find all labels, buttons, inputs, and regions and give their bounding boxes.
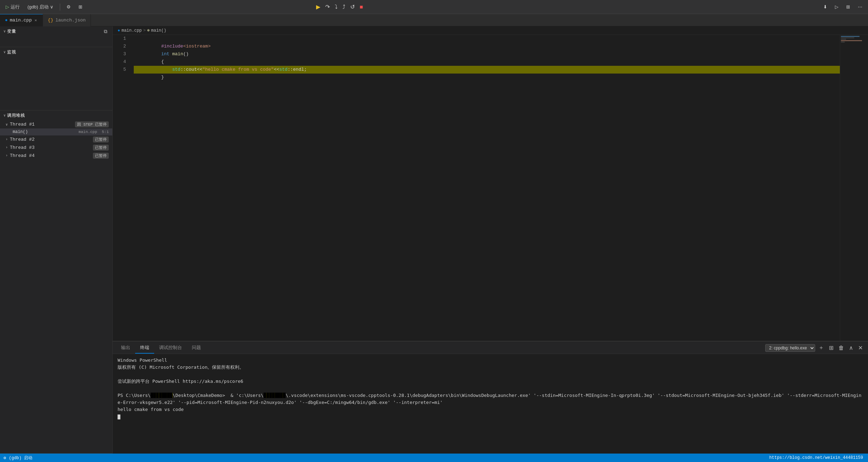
thread-1-name: Thread #1 <box>10 122 34 127</box>
panel-area: 输出 终端 调试控制台 问题 2: cppdbg: hello.exe ＋ ⊞ … <box>113 341 868 454</box>
panel-tab-problems[interactable]: 问题 <box>187 342 206 354</box>
run-right-button[interactable]: ▷ <box>832 3 841 11</box>
panel-close-button[interactable]: ✕ <box>856 344 864 352</box>
layout-button[interactable]: ⊞ <box>843 3 853 11</box>
tab-brace-icon: {} <box>48 18 54 23</box>
callstack-content: ∨ Thread #1 因 STEP 已暂停 main() main.cpp 5… <box>0 120 112 454</box>
debug-config-button[interactable]: (gdb) 启动 ∨ <box>25 2 56 12</box>
panel-delete-button[interactable]: 🗑 <box>837 344 846 352</box>
thread-3[interactable]: › Thread #3 已暂停 <box>0 144 112 152</box>
tab-bar: ● main.cpp ✕ {} launch.json <box>0 14 868 26</box>
watch-header[interactable]: ∨ 监视 <box>0 47 112 57</box>
terminal-cursor <box>118 414 120 419</box>
thread-1[interactable]: ∨ Thread #1 因 STEP 已暂停 <box>0 120 112 128</box>
status-url[interactable]: https://blog.csdn.net/weixin_44481159 <box>768 455 864 460</box>
continue-button[interactable]: ▶ <box>314 2 322 12</box>
line-num-1: 1 <box>113 35 126 43</box>
panel-add-button[interactable]: ＋ <box>817 343 826 352</box>
panel-up-button[interactable]: ∧ <box>847 344 855 352</box>
variables-header[interactable]: ∨ 变量 ⧉ <box>0 26 112 36</box>
stack-frame-name: main() <box>13 129 28 134</box>
run-button[interactable]: ▷ 运行 <box>3 2 23 12</box>
tab-main-cpp[interactable]: ● main.cpp ✕ <box>0 14 43 26</box>
tab-label-launch: launch.json <box>55 18 86 23</box>
toolbar: ▷ 运行 (gdb) 启动 ∨ ⚙ ⊞ ▶ ↷ ⤵ ⤴ ↺ ■ ⬇ ▷ ⊞ ⋯ <box>0 0 868 14</box>
code-lines[interactable]: #include<iostream> int main() { std::cou… <box>130 35 840 341</box>
variables-actions: ⧉ <box>102 28 109 35</box>
callstack-section: ∨ 调用堆栈 ∨ Thread #1 因 STEP 已暂停 main() mai… <box>0 110 112 454</box>
panel-tab-debug-console[interactable]: 调试控制台 <box>154 342 187 354</box>
terminal-line-6: PS C:\Users\████████\Desktop\CmakeDemo> … <box>118 392 863 406</box>
terminal-line-3 <box>118 371 863 378</box>
run-icon: ▷ <box>6 4 9 10</box>
redacted-user-2: ████████ <box>264 393 286 398</box>
gear-button[interactable]: ⚙ <box>64 3 74 11</box>
terminal-line-5 <box>118 385 863 392</box>
variables-content <box>0 36 112 47</box>
panel-split-button[interactable]: ⊞ <box>827 344 835 352</box>
callstack-header[interactable]: ∨ 调用堆栈 <box>0 110 112 120</box>
stack-frame-main[interactable]: main() main.cpp 5:1 <box>0 128 112 135</box>
code-line-3: { <box>134 50 840 58</box>
minimap-line-4 <box>841 40 862 41</box>
step-into-button[interactable]: ⤵ <box>333 2 340 12</box>
breadcrumb: ● main.cpp > ⊕ main() <box>113 26 868 35</box>
panel-tab-output[interactable]: 输出 <box>116 342 135 354</box>
step-over-button[interactable]: ↷ <box>323 2 332 12</box>
gear-icon: ⚙ <box>67 4 71 10</box>
minimap-content <box>840 35 868 44</box>
callstack-chevron: ∨ <box>4 113 6 118</box>
config-button[interactable]: ⊞ <box>76 3 85 11</box>
terminal-from-text: from <box>151 407 162 412</box>
line-num-3: 3 <box>113 50 126 58</box>
variables-title: 变量 <box>7 29 16 34</box>
variables-chevron: ∨ <box>4 29 6 33</box>
restart-button[interactable]: ↺ <box>348 2 357 12</box>
step-out-button[interactable]: ⤴ <box>340 2 347 12</box>
run-label: 运行 <box>11 4 20 10</box>
minimap-line-1 <box>841 36 860 37</box>
thread-4[interactable]: › Thread #4 已暂停 <box>0 152 112 160</box>
thread-2-name: Thread #2 <box>10 137 34 142</box>
minimap-line-3 <box>841 39 846 40</box>
minimap-line-5 <box>841 42 845 43</box>
download-button[interactable]: ⬇ <box>820 3 830 11</box>
line-numbers: 1 2 3 4 ▷ 5 <box>113 35 130 341</box>
terminal-selector[interactable]: 2: cppdbg: hello.exe <box>765 344 815 352</box>
config-icon: ⊞ <box>78 4 82 10</box>
toolbar-right: ⬇ ▷ ⊞ ⋯ <box>820 3 865 11</box>
terminal-line-2: 版权所有 (C) Microsoft Corporation。保留所有权利。 <box>118 364 863 371</box>
tab-close-icon[interactable]: ✕ <box>34 17 38 23</box>
more-button[interactable]: ⋯ <box>855 3 865 11</box>
minimap-line-2 <box>841 37 854 38</box>
debug-controls: ▶ ↷ ⤵ ⤴ ↺ ■ <box>314 2 365 12</box>
editor-area: ● main.cpp > ⊕ main() 1 2 3 4 <box>113 26 868 454</box>
watch-chevron: ∨ <box>4 50 6 54</box>
terminal-line-7: hello cmake from vs code <box>118 406 863 413</box>
main-area: ∨ 变量 ⧉ ∨ 监视 ∨ 调用堆栈 <box>0 26 868 454</box>
breadcrumb-sep-1: > <box>143 28 146 33</box>
stop-button[interactable]: ■ <box>358 2 365 12</box>
thread-4-chevron: › <box>6 154 8 158</box>
breadcrumb-dot: ● <box>118 28 120 33</box>
tab-launch-json[interactable]: {} launch.json <box>43 14 91 26</box>
code-line-4: std::cout<<"hello cmake from vs code"<<s… <box>134 58 840 66</box>
code-editor: 1 2 3 4 ▷ 5 #incl <box>113 35 868 341</box>
callstack-title: 调用堆栈 <box>7 113 25 119</box>
watch-content <box>0 57 112 68</box>
watch-title: 监视 <box>7 49 16 55</box>
code-line-2: int main() <box>134 43 840 50</box>
terminal-line-4: 尝试新的跨平台 PowerShell https://aka.ms/pscore… <box>118 378 863 385</box>
line-num-4: 4 <box>113 58 126 66</box>
thread-2-chevron: › <box>6 138 8 141</box>
variables-copy-button[interactable]: ⧉ <box>102 28 109 35</box>
status-bar: ⚙ (gdb) 启动 https://blog.csdn.net/weixin_… <box>0 454 868 462</box>
thread-1-status: 因 STEP 已暂停 <box>75 121 109 127</box>
line-num-5: ▷ 5 <box>113 66 126 74</box>
thread-2[interactable]: › Thread #2 已暂停 <box>0 135 112 144</box>
terminal-content[interactable]: Windows PowerShell 版权所有 (C) Microsoft Co… <box>113 354 868 454</box>
tab-dot: ● <box>5 18 8 23</box>
panel-tab-terminal[interactable]: 终端 <box>135 342 154 354</box>
chevron-down-icon: ∨ <box>50 4 54 10</box>
breadcrumb-symbol-icon: ⊕ <box>147 28 150 33</box>
